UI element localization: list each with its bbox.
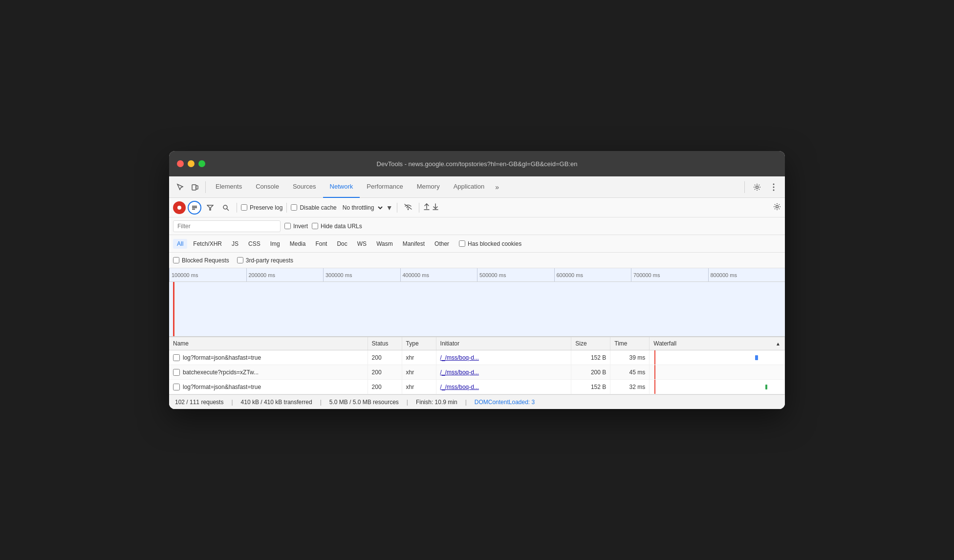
tab-application[interactable]: Application	[447, 176, 492, 198]
preserve-log-label[interactable]: Preserve log	[241, 204, 282, 211]
table-row[interactable]: log?format=json&hasfast=true 200 xhr /_/…	[169, 350, 785, 365]
invert-checkbox[interactable]	[284, 223, 291, 229]
record-button[interactable]	[173, 201, 186, 214]
td-type-1: xhr	[402, 350, 436, 365]
th-status[interactable]: Status	[368, 337, 402, 350]
row-checkbox-1[interactable]	[173, 354, 180, 361]
clear-button[interactable]	[188, 201, 201, 215]
tab-list: Elements Console Sources Network Perform…	[209, 176, 741, 198]
tab-elements[interactable]: Elements	[209, 176, 249, 198]
type-filter-ws[interactable]: WS	[353, 239, 370, 249]
type-filter-fetch-xhr[interactable]: Fetch/XHR	[189, 239, 226, 249]
tab-sources[interactable]: Sources	[286, 176, 323, 198]
th-type[interactable]: Type	[402, 337, 436, 350]
invert-label[interactable]: Invert	[284, 223, 308, 230]
hide-data-urls-label[interactable]: Hide data URLs	[312, 223, 362, 230]
devtools-body: Elements Console Sources Network Perform…	[169, 176, 785, 409]
filter-button[interactable]	[203, 201, 217, 215]
blocked-row: Blocked Requests 3rd-party requests	[169, 253, 785, 268]
blocked-requests-checkbox[interactable]	[173, 257, 179, 263]
third-party-checkbox[interactable]	[237, 257, 243, 263]
filter-row: Invert Hide data URLs	[169, 217, 785, 235]
type-filter-media[interactable]: Media	[286, 239, 310, 249]
device-toggle-button[interactable]	[188, 180, 202, 194]
type-filter-row: All Fetch/XHR JS CSS Img Media Font Doc …	[169, 235, 785, 253]
table-row[interactable]: batchexecute?rpcids=xZTw... 200 xhr /_/m…	[169, 365, 785, 380]
timeline-tick-2: 200000 ms	[246, 268, 324, 281]
window-title: DevTools - news.google.com/topstories?hl…	[377, 160, 578, 168]
type-filter-css[interactable]: CSS	[244, 239, 264, 249]
type-filter-all[interactable]: All	[173, 239, 187, 249]
search-button[interactable]	[219, 201, 233, 215]
devtools-window: DevTools - news.google.com/topstories?hl…	[169, 151, 785, 409]
timeline-tick-7: 700000 ms	[631, 268, 708, 281]
status-transferred: 410 kB / 410 kB transferred	[241, 399, 312, 406]
table-row[interactable]: log?format=json&hasfast=true 200 xhr /_/…	[169, 380, 785, 394]
wifi-icon	[403, 203, 413, 213]
type-filter-doc[interactable]: Doc	[333, 239, 351, 249]
settings-button[interactable]	[750, 180, 764, 194]
download-icon[interactable]	[432, 203, 439, 213]
td-initiator-2: /_/mss/boq-d...	[436, 365, 572, 379]
third-party-label[interactable]: 3rd-party requests	[237, 257, 293, 264]
tab-memory[interactable]: Memory	[410, 176, 447, 198]
type-filter-manifest[interactable]: Manifest	[399, 239, 429, 249]
tab-network[interactable]: Network	[323, 176, 360, 198]
th-time[interactable]: Time	[610, 337, 650, 350]
th-size[interactable]: Size	[571, 337, 610, 350]
th-initiator[interactable]: Initiator	[436, 337, 572, 350]
svg-point-4	[773, 186, 775, 188]
td-status-1: 200	[368, 350, 402, 365]
th-waterfall[interactable]: Waterfall ▲	[650, 337, 785, 350]
toolbar-sep-4	[419, 203, 419, 213]
has-blocked-cookies-checkbox[interactable]	[459, 240, 465, 247]
td-status-2: 200	[368, 365, 402, 379]
toolbar-sep-1	[237, 203, 237, 213]
blocked-requests-label[interactable]: Blocked Requests	[173, 257, 229, 264]
svg-line-10	[227, 209, 229, 211]
type-filter-other[interactable]: Other	[431, 239, 453, 249]
th-name[interactable]: Name	[169, 337, 368, 350]
tab-more-button[interactable]: »	[491, 183, 503, 191]
tab-console[interactable]: Console	[249, 176, 286, 198]
upload-icon[interactable]	[423, 203, 430, 213]
type-filter-img[interactable]: Img	[266, 239, 284, 249]
hide-data-urls-checkbox[interactable]	[312, 223, 318, 229]
top-toolbar: Elements Console Sources Network Perform…	[169, 176, 785, 198]
td-waterfall-1	[650, 350, 785, 365]
toolbar-sep-3	[397, 203, 397, 213]
more-options-button[interactable]	[766, 180, 781, 194]
has-blocked-cookies-label[interactable]: Has blocked cookies	[459, 240, 521, 247]
svg-rect-0	[192, 185, 196, 190]
td-waterfall-3	[650, 380, 785, 394]
status-resources: 5.0 MB / 5.0 MB resources	[329, 399, 399, 406]
throttle-select[interactable]: No throttling	[339, 203, 384, 213]
status-finish: Finish: 10.9 min	[416, 399, 457, 406]
filter-input[interactable]	[173, 220, 281, 232]
sort-arrow-icon: ▲	[776, 341, 781, 346]
traffic-lights	[177, 160, 205, 167]
close-button[interactable]	[177, 160, 184, 167]
type-filter-wasm[interactable]: Wasm	[372, 239, 397, 249]
preserve-log-checkbox[interactable]	[241, 204, 247, 211]
inspect-element-button[interactable]	[173, 180, 188, 194]
minimize-button[interactable]	[188, 160, 195, 167]
td-time-1: 39 ms	[610, 350, 650, 365]
timeline-body	[169, 282, 785, 337]
maximize-button[interactable]	[198, 160, 205, 167]
timeline-tick-5: 500000 ms	[477, 268, 554, 281]
td-time-3: 32 ms	[610, 380, 650, 394]
tab-performance[interactable]: Performance	[360, 176, 410, 198]
row-checkbox-3[interactable]	[173, 384, 180, 390]
type-filter-js[interactable]: JS	[228, 239, 242, 249]
type-filter-font[interactable]: Font	[311, 239, 331, 249]
toolbar-right	[741, 180, 781, 194]
row-checkbox-2[interactable]	[173, 369, 180, 376]
disable-cache-checkbox[interactable]	[291, 204, 297, 211]
network-settings-icon[interactable]	[773, 203, 781, 213]
table-header: Name Status Type Initiator Size Time Wat…	[169, 337, 785, 350]
disable-cache-label[interactable]: Disable cache	[291, 204, 336, 211]
timeline-tick-1: 100000 ms	[169, 268, 246, 281]
status-bar: 102 / 111 requests | 410 kB / 410 kB tra…	[169, 394, 785, 409]
svg-point-14	[776, 205, 779, 208]
